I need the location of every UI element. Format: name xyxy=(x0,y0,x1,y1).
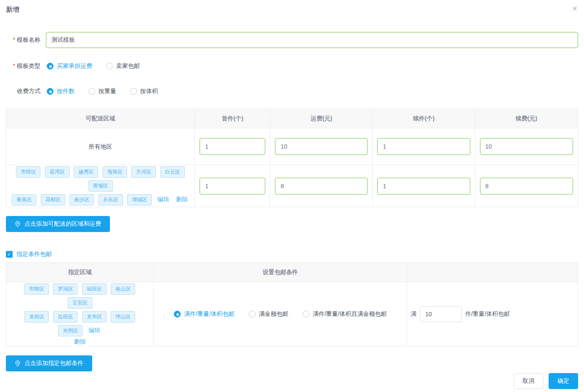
freight-table-header-row: 可配送区域 首件(个) 运费(元) 续件(个) 续费(元) xyxy=(6,109,578,128)
next-qty-input[interactable] xyxy=(377,138,470,155)
region-tag: 罗湖区 xyxy=(53,283,77,295)
table-row-all-regions: 所有地区 xyxy=(6,128,578,165)
add-region-button-label: 点击添加可配送的区域和运费 xyxy=(24,220,101,228)
page-title: 新增 xyxy=(6,5,578,14)
radio-unselected-icon xyxy=(249,311,256,317)
free-shipping-row: 市辖区 罗湖区 福田区 南山区 宝安区 龙岗区 盐田区 龙华区 坪山区 光明区 … xyxy=(6,282,578,346)
delete-row-link[interactable]: 删除 xyxy=(74,338,86,345)
charge-method-row: 收费方式 按件数 按重量 按体积 xyxy=(6,88,578,95)
region-tag: 海珠区 xyxy=(103,166,127,178)
add-free-shipping-condition-button[interactable]: 点击添加指定包邮条件 xyxy=(6,355,92,371)
region-tag: 黄埔区 xyxy=(88,180,113,192)
radio-unselected-icon xyxy=(303,311,309,317)
region-tag: 从化区 xyxy=(99,194,123,205)
delete-row-link[interactable]: 删除 xyxy=(176,196,188,203)
location-pin-icon xyxy=(15,221,21,227)
conditional-free-label: 指定条件包邮 xyxy=(16,251,52,258)
region-tag: 龙岗区 xyxy=(24,311,49,323)
add-region-button[interactable]: 点击添加可配送的区域和运费 xyxy=(6,216,110,232)
region-tag: 增城区 xyxy=(127,194,152,205)
column-header: 指定区域 xyxy=(6,263,154,282)
region-tags-line: 市辖区 荔湾区 越秀区 海珠区 天河区 白云区 黄埔区 xyxy=(6,165,195,193)
column-header: 续费(元) xyxy=(475,109,578,128)
radio-selected-icon xyxy=(47,63,53,69)
required-asterisk: * xyxy=(13,36,15,44)
checkbox-checked-icon[interactable]: ✓ xyxy=(6,251,13,258)
radio-qty-weight-volume[interactable]: 满件/重量/体积包邮 xyxy=(174,310,235,318)
region-tag: 福田区 xyxy=(82,283,107,295)
delete-line: 删除 xyxy=(6,338,153,346)
template-type-row: * 模板类型 买家承担运费 卖家包邮 xyxy=(6,62,578,70)
freight-fee-input[interactable] xyxy=(275,138,368,155)
radio-by-weight[interactable]: 按重量 xyxy=(88,88,116,95)
close-icon[interactable]: × xyxy=(572,3,577,13)
location-pin-icon xyxy=(15,360,21,366)
free-shipping-condition-radios: 满件/重量/体积包邮 满金额包邮 满件/重量/体积且满金额包邮 xyxy=(154,310,407,318)
radio-qty-and-amount[interactable]: 满件/重量/体积且满金额包邮 xyxy=(303,310,387,318)
dialog-footer: 取消 确定 xyxy=(514,373,578,389)
template-name-label: * 模板名称 xyxy=(6,36,40,44)
region-tag: 荔湾区 xyxy=(45,166,69,178)
free-shipping-header-row: 指定区域 设置包邮条件 xyxy=(6,263,578,282)
radio-selected-icon xyxy=(47,88,53,95)
add-condition-button-label: 点击添加指定包邮条件 xyxy=(24,360,83,367)
region-tag: 番禺区 xyxy=(12,194,36,205)
radio-by-volume[interactable]: 按体积 xyxy=(130,88,158,95)
region-tag: 市辖区 xyxy=(24,283,49,295)
edit-regions-link[interactable]: 编辑 xyxy=(157,196,169,203)
template-name-input[interactable] xyxy=(46,32,578,48)
charge-method-label-text: 收费方式 xyxy=(17,88,40,95)
freight-table: 可配送区域 首件(个) 运费(元) 续件(个) 续费(元) 所有地区 市辖区 荔… xyxy=(6,109,578,207)
free-shipping-table: 指定区域 设置包邮条件 市辖区 罗湖区 福田区 南山区 宝安区 龙岗区 盐田区 … xyxy=(6,262,578,346)
region-tag: 南山区 xyxy=(111,283,135,295)
column-header: 运费(元) xyxy=(270,109,373,128)
region-tags-line: 番禺区 花都区 南沙区 从化区 增城区 编辑 删除 xyxy=(6,193,195,207)
region-tag: 市辖区 xyxy=(16,166,40,178)
column-header: 设置包邮条件 xyxy=(154,263,407,282)
next-fee-input[interactable] xyxy=(480,138,573,155)
charge-method-label: 收费方式 xyxy=(6,88,40,95)
threshold-value-input[interactable] xyxy=(420,306,462,322)
table-row-custom-regions: 市辖区 荔湾区 越秀区 海珠区 天河区 白云区 黄埔区 番禺区 花都区 南沙区 … xyxy=(6,165,578,207)
threshold-group: 满 件/重量/体积包邮 xyxy=(407,306,578,322)
region-tag: 盐田区 xyxy=(53,311,77,323)
template-type-label-text: 模板类型 xyxy=(17,62,40,70)
confirm-button[interactable]: 确定 xyxy=(549,373,578,389)
cancel-button[interactable]: 取消 xyxy=(514,373,543,389)
column-header: 续件(个) xyxy=(373,109,475,128)
region-name: 所有地区 xyxy=(89,143,112,150)
first-qty-input[interactable] xyxy=(200,178,265,195)
freight-fee-input[interactable] xyxy=(275,178,368,195)
first-qty-input[interactable] xyxy=(200,138,265,155)
column-header: 首件(个) xyxy=(195,109,270,128)
region-tag: 天河区 xyxy=(131,166,156,178)
region-tags-line: 市辖区 罗湖区 福田区 南山区 宝安区 xyxy=(6,282,153,310)
region-tag: 越秀区 xyxy=(74,166,98,178)
radio-buyer-pays[interactable]: 买家承担运费 xyxy=(47,62,92,70)
add-template-dialog: 新增 × * 模板名称 * 模板类型 买家承担运费 卖家包邮 收费方式 按件数 xyxy=(0,0,584,392)
radio-seller-free-shipping[interactable]: 卖家包邮 xyxy=(106,62,140,70)
region-tag: 南沙区 xyxy=(69,194,94,205)
radio-selected-icon xyxy=(174,311,181,317)
threshold-prefix: 满 xyxy=(411,310,416,318)
radio-amount[interactable]: 满金额包邮 xyxy=(249,310,288,318)
region-tag: 坪山区 xyxy=(111,311,135,323)
threshold-suffix: 件/重量/体积包邮 xyxy=(465,310,510,318)
next-fee-input[interactable] xyxy=(480,178,573,195)
radio-unselected-icon xyxy=(106,63,113,69)
template-name-label-text: 模板名称 xyxy=(17,36,40,44)
region-tag: 龙华区 xyxy=(82,311,107,323)
conditional-free-checkbox-row[interactable]: ✓ 指定条件包邮 xyxy=(6,251,578,258)
column-header: 可配送区域 xyxy=(6,109,195,128)
template-name-row: * 模板名称 xyxy=(6,32,578,48)
edit-regions-link[interactable]: 编辑 xyxy=(88,327,100,333)
region-tag: 白云区 xyxy=(160,166,185,178)
radio-unselected-icon xyxy=(130,88,137,95)
radio-by-piece[interactable]: 按件数 xyxy=(47,88,75,95)
column-header xyxy=(407,263,578,282)
region-tag: 光明区 xyxy=(58,325,83,336)
region-tag: 宝安区 xyxy=(68,297,92,309)
region-tags-line: 龙岗区 盐田区 龙华区 坪山区 光明区 编辑 xyxy=(6,310,153,338)
required-asterisk: * xyxy=(13,62,15,70)
next-qty-input[interactable] xyxy=(377,178,470,195)
